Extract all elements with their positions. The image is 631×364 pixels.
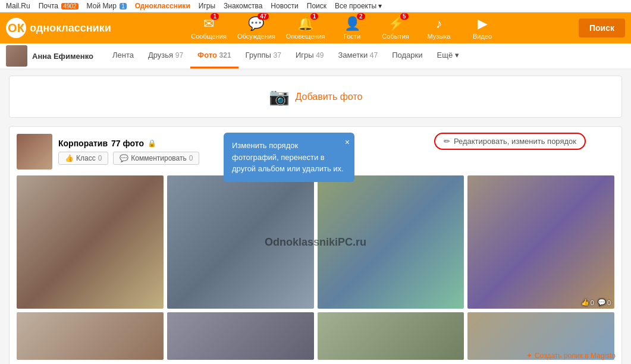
music-icon-item[interactable]: ♪ Музыка [423,16,456,40]
discussions-icon-item[interactable]: 💬47 Обсуждения [237,16,275,40]
photos-count: 321 [219,51,231,59]
video-icon-item[interactable]: ▶ Видео [466,16,499,40]
profile-tabs: Лента Друзья 97 Фото 321 Группы 37 Игры … [105,43,625,68]
tab-groups[interactable]: Группы 37 [238,43,288,68]
video-label: Видео [473,33,492,40]
logo-icon: ОК [6,18,26,38]
album-thumbnail[interactable] [17,134,52,170]
album-count: 77 фото [111,139,144,148]
music-label: Музыка [428,33,451,40]
friends-count: 97 [175,51,183,59]
topnav-mailru[interactable]: Mail.Ru [6,2,30,10]
album-title-text: Корпоратив [58,139,108,148]
content-area: 📷 Добавить фото Корпоратив 77 фото 🔒 👍 К… [0,70,631,364]
events-count: 5 [400,13,409,20]
events-icon: ⚡5 [388,16,404,32]
guests-count: 2 [357,13,365,20]
pochta-badge: 4902 [61,3,78,10]
tooltip-text: Изменить порядок фотографий, перенести в… [232,141,344,173]
photo-cell-3[interactable] [318,175,464,309]
photo-row2-cell-1[interactable] [17,312,164,360]
messages-count: 1 [211,13,219,20]
tab-feed[interactable]: Лента [105,43,141,68]
topnav-pochta[interactable]: Почта 4902 [39,2,79,10]
edit-album-label: Редактировать, изменить порядок [454,137,576,146]
camera-icon: 📷 [269,87,290,106]
header-icons: ✉1 Сообщения 💬47 Обсуждения 🔔1 Оповещени… [123,16,567,40]
like-button[interactable]: 👍 Класс 0 [58,152,108,165]
like-icon: 👍 [65,154,74,162]
music-icon: ♪ [436,16,442,32]
magisto-icon: ✦ [526,352,532,360]
notifications-icon-item[interactable]: 🔔1 Оповещения [286,16,325,40]
profile-name: Анна Ефименко [32,52,93,61]
topnav-dating[interactable]: Знакомства [224,2,262,10]
photo-cell-1[interactable] [17,175,164,309]
notifications-count: 1 [310,13,319,20]
notifications-label: Оповещения [286,33,325,40]
discussions-count: 47 [258,13,269,20]
video-icon: ▶ [478,16,488,32]
tab-gifts[interactable]: Подарки [385,43,429,68]
events-icon-item[interactable]: ⚡5 События [379,16,412,40]
comment-label: Комментировать [131,154,186,162]
tab-more[interactable]: Ещё ▾ [430,43,466,68]
bottom-row-photos [17,312,614,360]
pencil-icon: ✏ [444,137,450,146]
comment-count: 0 [189,154,193,162]
magisto-label: Создать ролик в Magisto [535,352,616,360]
tab-notes[interactable]: Заметки 47 [331,43,385,68]
discussions-label: Обсуждения [237,33,275,40]
tooltip-close-button[interactable]: × [345,136,350,149]
groups-count: 37 [274,51,281,59]
tooltip-popup: × Изменить порядок фотографий, перенести… [224,133,354,182]
events-label: События [382,33,409,40]
notes-count: 47 [370,51,378,59]
discussions-icon: 💬47 [248,16,264,32]
guests-label: Гости [344,33,360,40]
photo-cell-4[interactable]: 👍 0 💬 0 [467,175,614,309]
moimir-badge: 1 [120,3,127,10]
topnav-news[interactable]: Новости [271,2,298,10]
guests-icon: 👤2 [344,16,360,32]
logo[interactable]: ОК одноклассники [6,18,111,38]
edit-album-button[interactable]: ✏ Редактировать, изменить порядок [434,133,586,150]
topnav-all[interactable]: Все проекты ▾ [335,2,382,10]
tab-photos[interactable]: Фото 321 [190,43,238,68]
messages-icon-item[interactable]: ✉1 Сообщения [191,16,227,40]
search-button[interactable]: Поиск [579,18,625,37]
magisto-link[interactable]: ✦ Создать ролик в Magisto [526,352,616,360]
comment-icon: 💬 [120,154,128,162]
guests-icon-item[interactable]: 👤2 Гости [336,16,369,40]
photo-4-overlay: 👍 0 💬 0 [581,299,611,306]
comment-button[interactable]: 💬 Комментировать 0 [113,152,199,165]
photo-grid: 👍 0 💬 0 [17,175,614,309]
topnav-games[interactable]: Игры [199,2,215,10]
add-photo-box[interactable]: 📷 Добавить фото [9,76,622,118]
album-section: Корпоратив 77 фото 🔒 👍 Класс 0 💬 Коммент… [9,126,622,364]
messages-label: Сообщения [191,33,227,40]
add-photo-label: Добавить фото [296,92,363,102]
tab-friends[interactable]: Друзья 97 [141,43,190,68]
notifications-icon: 🔔1 [297,16,313,32]
photo-4-likes: 👍 0 [581,299,594,306]
lock-icon: 🔒 [147,139,156,148]
top-navigation: Mail.Ru Почта 4902 Мой Мир 1 Одноклассни… [0,0,631,12]
profile-subnav: Анна Ефименко Лента Друзья 97 Фото 321 Г… [0,43,631,70]
like-count: 0 [98,154,102,162]
photo-cell-2[interactable] [167,175,314,309]
topnav-moimir[interactable]: Мой Мир 1 [87,2,127,10]
photo-row2-cell-3[interactable] [318,312,464,360]
like-label: Класс [76,154,96,162]
photo-4-comments: 💬 0 [598,299,611,306]
tab-games[interactable]: Игры 49 [288,43,331,68]
logo-text: одноклассники [30,22,111,34]
topnav-ok[interactable]: Одноклассники [135,2,190,10]
main-header: ОК одноклассники ✉1 Сообщения 💬47 Обсужд… [0,12,631,43]
avatar [6,45,27,67]
topnav-search[interactable]: Поиск [307,2,327,10]
games-count: 49 [316,51,324,59]
messages-icon: ✉1 [203,16,214,32]
photo-row2-cell-2[interactable] [167,312,314,360]
